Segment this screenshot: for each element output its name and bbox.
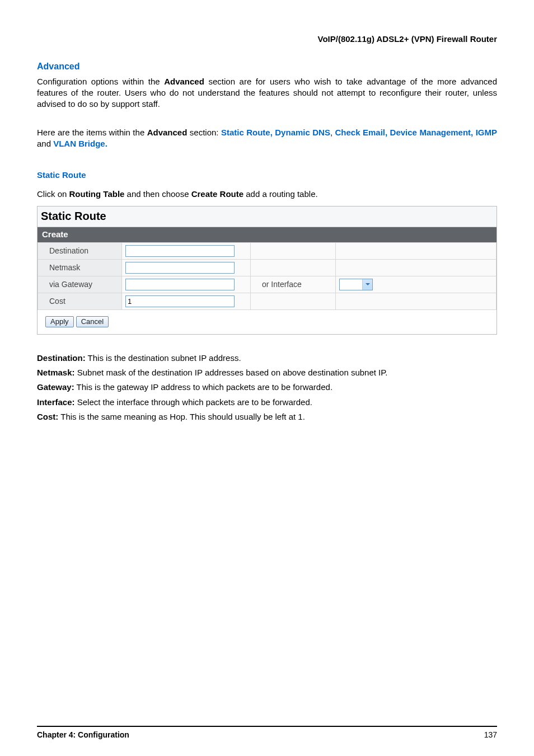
row-destination: Destination: [38, 242, 496, 259]
text: ,: [330, 128, 335, 137]
label-or-interface: or Interface: [251, 276, 336, 293]
cell-netmask-input: [122, 259, 251, 276]
apply-button[interactable]: Apply: [45, 316, 74, 327]
gateway-input[interactable]: [125, 279, 235, 290]
row-netmask: Netmask: [38, 259, 496, 276]
desc-gateway: Gateway: This is the gateway IP address …: [37, 382, 497, 393]
row-cost: Cost: [38, 293, 496, 309]
text: add a routing table.: [243, 189, 318, 199]
text: Configuration options within the: [37, 77, 164, 86]
link-group-2: Check Email, Device Management, IGMP: [335, 128, 497, 137]
label-via-gateway: via Gateway: [38, 276, 122, 293]
desc-label: Netmask:: [37, 368, 75, 377]
text-bold: Routing Table: [69, 189, 125, 199]
text-bold: Advanced: [147, 128, 188, 137]
row-gateway: via Gateway or Interface: [38, 276, 496, 293]
text-bold: Create Route: [191, 189, 243, 199]
footer-rule: [37, 726, 497, 727]
document-header: VoIP/(802.11g) ADSL2+ (VPN) Firewall Rou…: [37, 34, 497, 45]
label-netmask: Netmask: [38, 259, 122, 276]
link-group-1: Static Route, Dynamic DNS: [221, 128, 330, 137]
footer-page-number: 137: [484, 730, 497, 740]
button-row: Apply Cancel: [38, 310, 496, 334]
cell-cost-input: [122, 293, 251, 309]
cell-empty: [336, 259, 496, 276]
cell-empty: [251, 242, 336, 259]
label-cost: Cost: [38, 293, 122, 309]
label-destination: Destination: [38, 242, 122, 259]
text: Click on: [37, 189, 69, 199]
text: and: [37, 139, 53, 148]
cell-gateway-input: [122, 276, 251, 293]
cell-interface-select: [336, 276, 496, 293]
desc-label: Gateway:: [37, 382, 74, 392]
form-table: Destination Netmask via Gateway: [38, 242, 496, 310]
desc-label: Cost:: [37, 412, 58, 421]
footer-chapter: Chapter 4: Configuration: [37, 730, 129, 740]
desc-label: Interface:: [37, 397, 75, 407]
interface-select[interactable]: [339, 279, 373, 290]
desc-text: This is the same meaning as Hop. This sh…: [58, 412, 305, 421]
cell-empty: [251, 293, 336, 309]
paragraph-instruction: Click on Routing Table and then choose C…: [37, 189, 497, 200]
desc-destination: Destination: This is the destination sub…: [37, 353, 497, 364]
panel-subhead-create: Create: [38, 227, 496, 242]
text: section:: [187, 128, 221, 137]
desc-cost: Cost: This is the same meaning as Hop. T…: [37, 411, 497, 422]
text: and then choose: [124, 189, 191, 199]
text: Here are the items within the: [37, 128, 147, 137]
desc-interface: Interface: Select the interface through …: [37, 397, 497, 408]
cost-input[interactable]: [125, 295, 235, 307]
chevron-down-icon: [362, 279, 372, 290]
link-group-3: VLAN Bridge.: [53, 139, 107, 148]
paragraph-links: Here are the items within the Advanced s…: [37, 127, 497, 150]
destination-input[interactable]: [125, 245, 235, 257]
desc-text: This is the destination subnet IP addres…: [86, 353, 241, 363]
desc-text: Select the interface through which packe…: [75, 397, 312, 407]
heading-static-route: Static Route: [37, 170, 497, 181]
cell-empty: [251, 259, 336, 276]
heading-advanced: Advanced: [37, 60, 497, 73]
desc-netmask: Netmask: Subnet mask of the destination …: [37, 367, 497, 378]
cell-empty: [336, 242, 496, 259]
desc-text: Subnet mask of the destination IP addres…: [75, 368, 388, 377]
paragraph-intro: Configuration options within the Advance…: [37, 76, 497, 110]
cancel-button[interactable]: Cancel: [76, 316, 109, 327]
netmask-input[interactable]: [125, 262, 235, 274]
desc-label: Destination:: [37, 353, 86, 363]
cell-destination-input: [122, 242, 251, 259]
panel-title: Static Route: [38, 206, 496, 227]
text-bold: Advanced: [164, 77, 204, 86]
footer: Chapter 4: Configuration 137: [37, 730, 497, 740]
static-route-panel: Static Route Create Destination Netmask: [37, 206, 497, 335]
cell-empty: [336, 293, 496, 309]
desc-text: This is the gateway IP address to which …: [74, 382, 332, 392]
